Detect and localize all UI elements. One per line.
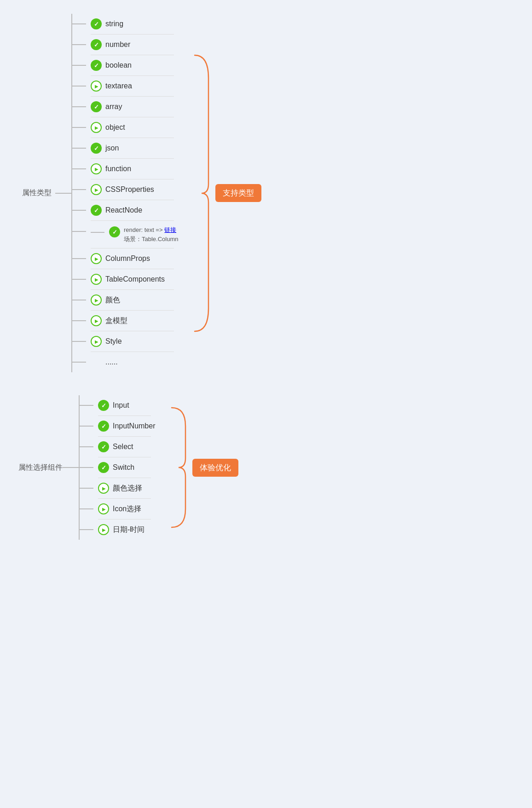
section2-brace-svg bbox=[169, 403, 188, 532]
item-label: 颜色选择 bbox=[113, 484, 142, 493]
item-label: ColumnProps bbox=[105, 254, 150, 263]
check-icon bbox=[98, 400, 109, 411]
list-item: ...... bbox=[72, 352, 179, 372]
list-item: object bbox=[72, 117, 179, 138]
item-label: ReactNode bbox=[105, 206, 142, 214]
list-item: string bbox=[72, 14, 179, 34]
section2-label-container: 属性选择组件 bbox=[18, 463, 79, 473]
item-label: Input bbox=[113, 401, 129, 410]
list-item: Icon选择 bbox=[80, 499, 156, 519]
list-item: Select bbox=[80, 437, 156, 457]
item-label: boolean bbox=[105, 61, 132, 69]
list-item: Input bbox=[80, 395, 156, 416]
check-icon bbox=[109, 226, 120, 237]
section1-brace-svg bbox=[192, 51, 211, 336]
play-icon bbox=[91, 253, 102, 264]
check-icon bbox=[98, 421, 109, 432]
play-icon bbox=[91, 336, 102, 347]
item-label: 日期-时间 bbox=[113, 525, 145, 535]
list-item: json bbox=[72, 138, 179, 158]
item-label: object bbox=[105, 123, 125, 132]
list-item: Switch bbox=[80, 457, 156, 478]
section2-wrapper: 属性选择组件 InputInputNumberSelectSwitch颜色选择I… bbox=[18, 395, 514, 540]
list-item: render: text => 链接场景：Table.Column bbox=[72, 221, 179, 248]
item-label: json bbox=[105, 144, 119, 152]
item-label: Icon选择 bbox=[113, 504, 141, 514]
section1-brace: 支持类型 bbox=[192, 51, 261, 336]
list-item: boolean bbox=[72, 55, 179, 75]
list-item: 盒模型 bbox=[72, 311, 179, 331]
item-label: TableComponents bbox=[105, 275, 165, 283]
list-item: number bbox=[72, 35, 179, 55]
check-icon bbox=[91, 60, 102, 71]
check-icon bbox=[91, 101, 102, 112]
section1-left: 属性类型 stringnumberbooleantextareaarrayobj… bbox=[18, 14, 179, 372]
list-item: 颜色选择 bbox=[80, 478, 156, 498]
item-label: function bbox=[105, 165, 131, 173]
play-icon bbox=[91, 315, 102, 326]
item-label: string bbox=[105, 20, 123, 28]
play-icon bbox=[91, 163, 102, 174]
check-icon bbox=[91, 205, 102, 216]
item-label: 盒模型 bbox=[105, 316, 127, 326]
section2-items: InputInputNumberSelectSwitch颜色选择Icon选择日期… bbox=[79, 395, 156, 540]
item-label: Select bbox=[113, 443, 133, 451]
list-item: function bbox=[72, 159, 179, 179]
section2-brace-label: 体验优化 bbox=[192, 459, 238, 477]
section1-label: 属性类型 bbox=[18, 188, 55, 198]
section2-label: 属性选择组件 bbox=[18, 463, 63, 473]
play-icon bbox=[91, 184, 102, 195]
section1-wrapper: 属性类型 stringnumberbooleantextareaarrayobj… bbox=[18, 14, 514, 372]
check-icon bbox=[98, 441, 109, 452]
section2-left: 属性选择组件 InputInputNumberSelectSwitch颜色选择I… bbox=[18, 395, 156, 540]
play-icon bbox=[98, 483, 109, 494]
play-icon bbox=[98, 524, 109, 535]
play-icon bbox=[91, 294, 102, 306]
play-icon bbox=[98, 503, 109, 514]
section2-brace: 体验优化 bbox=[169, 403, 238, 532]
item-label: 颜色 bbox=[105, 295, 120, 305]
item-label: Switch bbox=[113, 463, 134, 472]
section1-brace-label: 支持类型 bbox=[215, 184, 261, 202]
list-item: InputNumber bbox=[80, 416, 156, 436]
play-icon bbox=[91, 274, 102, 285]
check-icon bbox=[91, 143, 102, 154]
list-item: textarea bbox=[72, 76, 179, 96]
list-item: array bbox=[72, 97, 179, 117]
list-item: ReactNode bbox=[72, 200, 179, 220]
check-icon bbox=[91, 18, 102, 29]
list-item: CSSProperties bbox=[72, 179, 179, 200]
list-item: ColumnProps bbox=[72, 248, 179, 269]
section2-h-line bbox=[63, 467, 79, 468]
item-label: number bbox=[105, 40, 130, 49]
section1-label-container: 属性类型 bbox=[18, 188, 71, 198]
section1-h-line bbox=[55, 193, 71, 194]
item-label: CSSProperties bbox=[105, 185, 154, 194]
list-item: Style bbox=[72, 331, 179, 352]
item-text: render: text => 链接场景：Table.Column bbox=[124, 225, 179, 243]
item-label: textarea bbox=[105, 82, 132, 90]
item-label: InputNumber bbox=[113, 422, 156, 430]
item-label: Style bbox=[105, 337, 122, 346]
item-label: ...... bbox=[105, 358, 118, 366]
check-icon bbox=[91, 39, 102, 50]
play-icon bbox=[91, 81, 102, 92]
play-icon bbox=[91, 122, 102, 133]
list-item: TableComponents bbox=[72, 269, 179, 289]
item-label: array bbox=[105, 103, 122, 111]
mind-map: 属性类型 stringnumberbooleantextareaarrayobj… bbox=[18, 14, 514, 540]
section1-items: stringnumberbooleantextareaarrayobjectjs… bbox=[71, 14, 179, 372]
list-item: 日期-时间 bbox=[80, 519, 156, 540]
list-item: 颜色 bbox=[72, 290, 179, 310]
check-icon bbox=[98, 462, 109, 473]
